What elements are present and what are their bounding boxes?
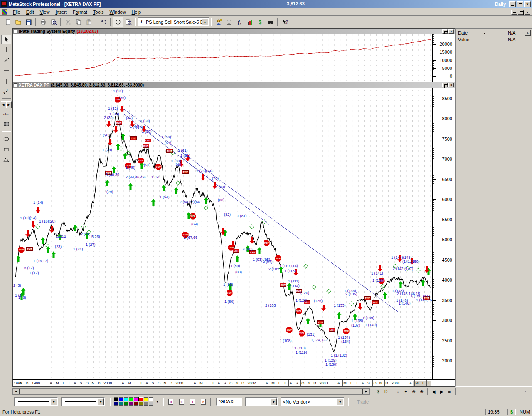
- expert-icon[interactable]: [224, 17, 234, 27]
- palette-color[interactable]: [129, 397, 133, 401]
- line-style-combo[interactable]: ▼: [14, 397, 58, 406]
- palette-color[interactable]: [149, 402, 153, 406]
- combo-arrow-icon[interactable]: ▼: [98, 398, 104, 405]
- text-tool-icon[interactable]: abc: [1, 109, 11, 119]
- menu-file[interactable]: File: [10, 9, 23, 15]
- palette-color[interactable]: [149, 397, 153, 401]
- price-window-titlebar[interactable]: XETRA DAX PF (3,845.03, 3,845.80, 3,812.…: [12, 82, 455, 88]
- layout-page-3-icon[interactable]: 2: [199, 398, 208, 406]
- grid-tool-icon[interactable]: [1, 119, 11, 129]
- line-weight-combo[interactable]: ▼: [61, 397, 105, 406]
- vendor-combo[interactable]: <No Vendor> ▼: [281, 397, 344, 406]
- print-preview-icon[interactable]: [48, 17, 59, 27]
- scroll-up-icon[interactable]: ▲: [525, 30, 531, 36]
- horizontal-line-icon[interactable]: [1, 66, 11, 75]
- move-chart-icon[interactable]: +: [402, 388, 409, 395]
- menu-window[interactable]: Window: [106, 9, 128, 15]
- rectangle-tool-icon[interactable]: [1, 144, 11, 154]
- palette-color[interactable]: [114, 402, 118, 406]
- horizontal-scrollbar[interactable]: ◀ ▶: [12, 388, 370, 395]
- pointer-icon[interactable]: [1, 35, 11, 44]
- menu-edit[interactable]: Edit: [23, 9, 37, 15]
- save-icon[interactable]: [23, 17, 34, 27]
- trendline-icon[interactable]: [1, 55, 11, 65]
- crosshair-tool-icon[interactable]: [1, 45, 11, 54]
- scroll-right-icon[interactable]: ▶: [438, 388, 445, 395]
- scrollbar-thumb[interactable]: [20, 389, 363, 394]
- page-left-icon[interactable]: ◀: [1, 101, 6, 108]
- open-icon[interactable]: [13, 17, 23, 27]
- system-tester-icon[interactable]: [244, 17, 255, 27]
- menu-format[interactable]: Format: [70, 9, 90, 15]
- palette-color[interactable]: [129, 402, 133, 406]
- palette-color[interactable]: [134, 397, 138, 401]
- vertical-scale-icon[interactable]: ↕: [394, 388, 401, 395]
- dollar-scale-icon[interactable]: $: [374, 388, 382, 395]
- combo-arrow-icon[interactable]: ▼: [202, 18, 208, 25]
- chart-doc-icon[interactable]: [2, 9, 7, 15]
- cut-icon[interactable]: [63, 17, 73, 27]
- interval-combo[interactable]: ▼: [245, 397, 278, 406]
- trade-button[interactable]: Trade: [348, 398, 377, 406]
- page-right-icon[interactable]: ▶: [6, 101, 12, 108]
- scroll-right-arrow-icon[interactable]: ▶: [363, 389, 369, 394]
- copy-icon[interactable]: [73, 17, 84, 27]
- palette-color[interactable]: [119, 397, 123, 401]
- menu-help[interactable]: Help: [129, 9, 144, 15]
- print-icon[interactable]: [38, 17, 48, 27]
- palette-color[interactable]: [144, 402, 148, 406]
- vertical-line-icon[interactable]: [1, 76, 11, 86]
- zoom-in-icon[interactable]: ⊕: [418, 388, 425, 395]
- price-restore-button[interactable]: [442, 83, 448, 87]
- crosshair-icon[interactable]: [113, 17, 123, 27]
- trade-dollar-icon[interactable]: $: [255, 17, 265, 27]
- palette-color[interactable]: [124, 402, 128, 406]
- help-pointer-icon[interactable]: ?: [280, 17, 290, 27]
- menu-insert[interactable]: Insert: [52, 9, 70, 15]
- menu-tools[interactable]: Tools: [90, 9, 107, 15]
- data-list-icon[interactable]: ≡: [446, 388, 453, 395]
- equity-close-button[interactable]: ×: [448, 29, 454, 34]
- palette-color[interactable]: [144, 397, 148, 401]
- layout-page-0-icon[interactable]: 0: [166, 398, 175, 406]
- periodicity-daily-icon[interactable]: D: [382, 388, 389, 395]
- layout-page-2-icon[interactable]: 1: [188, 398, 197, 406]
- palette-color[interactable]: [139, 397, 143, 401]
- cycle-lines-icon[interactable]: SL: [1, 87, 11, 96]
- restore-button[interactable]: [517, 1, 523, 7]
- layout-page-1-icon[interactable]: 0: [177, 398, 186, 406]
- combo-arrow-icon[interactable]: ▼: [337, 398, 343, 405]
- symbol-input[interactable]: ^GDAXI: [216, 398, 242, 406]
- app-icon[interactable]: [1, 1, 7, 7]
- indicator-builder-icon[interactable]: ƒx: [234, 17, 244, 27]
- combo-arrow-icon[interactable]: ▼: [51, 398, 57, 405]
- scroll-left-arrow-icon[interactable]: ◀: [13, 389, 20, 394]
- paste-icon[interactable]: [84, 17, 94, 27]
- ellipse-tool-icon[interactable]: [1, 134, 11, 144]
- zoom-indicator-icon[interactable]: [123, 17, 133, 27]
- scroll-left-icon[interactable]: ◀: [430, 388, 437, 395]
- child-close-button[interactable]: ×: [525, 10, 530, 15]
- favorite-formula-combo[interactable]: fPS Long Sell Short Sale-5 Da▼: [138, 17, 209, 26]
- equity-restore-button[interactable]: [442, 29, 448, 34]
- palette-color[interactable]: [134, 402, 138, 406]
- child-minimize-button[interactable]: [511, 10, 517, 15]
- palette-color[interactable]: [114, 397, 118, 401]
- palette-color[interactable]: [124, 397, 128, 401]
- new-icon[interactable]: [2, 17, 13, 27]
- price-close-button[interactable]: ×: [448, 83, 454, 87]
- equity-plot[interactable]: 20000150001000050000: [12, 34, 455, 82]
- expert-advisor-icon[interactable]: [213, 17, 224, 27]
- child-restore-button[interactable]: [518, 10, 524, 15]
- palette-arrow-icon[interactable]: ▼: [156, 400, 159, 403]
- menu-view[interactable]: View: [37, 9, 53, 15]
- undo-icon[interactable]: [98, 17, 108, 27]
- equity-window-titlebar[interactable]: !Pate-Trading System Equity (23,102.03) …: [12, 28, 455, 34]
- explorer-icon[interactable]: [265, 17, 276, 27]
- minimize-button[interactable]: [509, 1, 516, 7]
- close-button[interactable]: ×: [524, 1, 531, 7]
- combo-arrow-icon[interactable]: ▼: [271, 398, 277, 405]
- palette-color[interactable]: [119, 402, 123, 406]
- triangle-tool-icon[interactable]: [1, 155, 11, 164]
- price-plot[interactable]: STOPSTOPSTOPSTOPSTOPSTOPSTOPSTOPSTOPSTOP…: [12, 88, 455, 379]
